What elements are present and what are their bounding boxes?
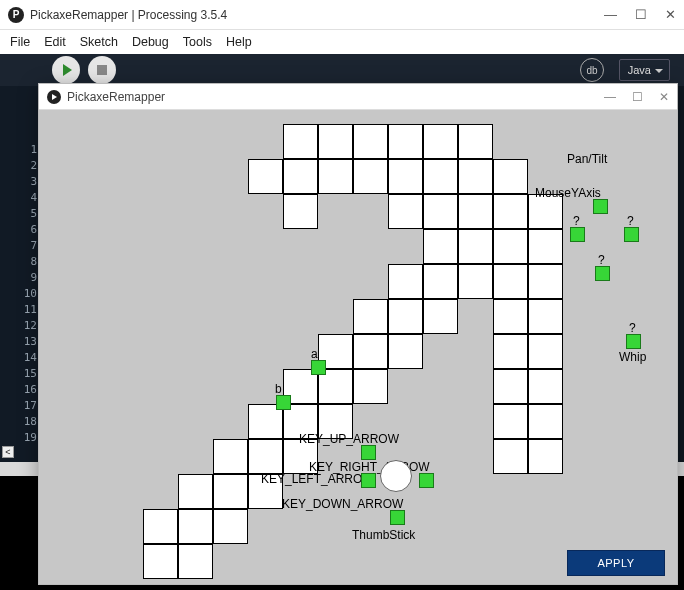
- pickaxe-cell[interactable]: [388, 124, 423, 159]
- pickaxe-cell[interactable]: [388, 264, 423, 299]
- line-number: 6: [0, 222, 43, 238]
- pickaxe-cell[interactable]: [528, 229, 563, 264]
- node-key-left[interactable]: [361, 473, 376, 488]
- pickaxe-cell[interactable]: [458, 124, 493, 159]
- pickaxe-cell[interactable]: [423, 159, 458, 194]
- label-mouse-y: MouseYAxis: [535, 186, 601, 200]
- pickaxe-cell[interactable]: [388, 334, 423, 369]
- pickaxe-cell[interactable]: [283, 159, 318, 194]
- node-q3[interactable]: [595, 266, 610, 281]
- pickaxe-cell[interactable]: [423, 124, 458, 159]
- node-key-right[interactable]: [419, 473, 434, 488]
- outer-maximize-button[interactable]: ☐: [635, 7, 647, 22]
- pickaxe-cell[interactable]: [248, 159, 283, 194]
- line-number: 11: [0, 302, 43, 318]
- label-whip-q: ?: [629, 321, 636, 335]
- stop-button[interactable]: [88, 56, 116, 84]
- pickaxe-cell[interactable]: [493, 299, 528, 334]
- menu-file[interactable]: File: [10, 35, 30, 49]
- node-key-down[interactable]: [390, 510, 405, 525]
- pickaxe-cell[interactable]: [353, 334, 388, 369]
- node-q2[interactable]: [624, 227, 639, 242]
- pickaxe-cell[interactable]: [283, 194, 318, 229]
- node-b[interactable]: [276, 395, 291, 410]
- pickaxe-cell[interactable]: [178, 544, 213, 579]
- pickaxe-cell[interactable]: [213, 474, 248, 509]
- node-a[interactable]: [311, 360, 326, 375]
- pickaxe-cell[interactable]: [143, 544, 178, 579]
- pickaxe-cell[interactable]: [353, 299, 388, 334]
- pickaxe-cell[interactable]: [458, 264, 493, 299]
- pickaxe-cell[interactable]: [493, 229, 528, 264]
- pickaxe-cell[interactable]: [493, 369, 528, 404]
- pickaxe-cell[interactable]: [528, 369, 563, 404]
- pickaxe-cell[interactable]: [423, 264, 458, 299]
- pickaxe-cell[interactable]: [213, 439, 248, 474]
- pickaxe-cell[interactable]: [493, 194, 528, 229]
- menu-debug[interactable]: Debug: [132, 35, 169, 49]
- line-number: 18: [0, 414, 43, 430]
- pickaxe-cell[interactable]: [458, 159, 493, 194]
- node-key-up[interactable]: [361, 445, 376, 460]
- pickaxe-cell[interactable]: [458, 194, 493, 229]
- menu-edit[interactable]: Edit: [44, 35, 66, 49]
- language-mode-selector[interactable]: Java: [619, 59, 670, 81]
- pickaxe-cell[interactable]: [353, 124, 388, 159]
- outer-titlebar: P PickaxeRemapper | Processing 3.5.4 — ☐…: [0, 0, 684, 30]
- outer-close-button[interactable]: ✕: [665, 7, 676, 22]
- pickaxe-cell[interactable]: [283, 124, 318, 159]
- menu-bar: File Edit Sketch Debug Tools Help: [0, 30, 684, 54]
- label-key-down: KEY_DOWN_ARROW: [282, 497, 403, 511]
- pickaxe-cell[interactable]: [493, 404, 528, 439]
- inner-minimize-button[interactable]: —: [604, 90, 616, 104]
- pickaxe-cell[interactable]: [493, 334, 528, 369]
- pickaxe-cell[interactable]: [143, 509, 178, 544]
- gutter-collapse-icon[interactable]: <: [2, 446, 14, 458]
- pickaxe-cell[interactable]: [528, 264, 563, 299]
- pickaxe-cell[interactable]: [528, 404, 563, 439]
- node-mouse-y[interactable]: [593, 199, 608, 214]
- pickaxe-cell[interactable]: [493, 264, 528, 299]
- menu-sketch[interactable]: Sketch: [80, 35, 118, 49]
- pickaxe-cell[interactable]: [213, 509, 248, 544]
- outer-minimize-button[interactable]: —: [604, 7, 617, 22]
- node-q1[interactable]: [570, 227, 585, 242]
- line-number: 5: [0, 206, 43, 222]
- pickaxe-cell[interactable]: [353, 159, 388, 194]
- label-key-up: KEY_UP_ARROW: [299, 432, 399, 446]
- pickaxe-cell[interactable]: [423, 229, 458, 264]
- outer-window-title: PickaxeRemapper | Processing 3.5.4: [30, 8, 227, 22]
- pickaxe-cell[interactable]: [353, 369, 388, 404]
- pickaxe-cell[interactable]: [493, 439, 528, 474]
- pickaxe-cell[interactable]: [388, 159, 423, 194]
- pickaxe-cell[interactable]: [423, 194, 458, 229]
- debug-toggle[interactable]: db: [580, 58, 604, 82]
- line-number: 7: [0, 238, 43, 254]
- pickaxe-cell[interactable]: [423, 299, 458, 334]
- pickaxe-cell[interactable]: [528, 439, 563, 474]
- inner-close-button[interactable]: ✕: [659, 90, 669, 104]
- run-button[interactable]: [52, 56, 80, 84]
- pickaxe-cell[interactable]: [248, 439, 283, 474]
- pickaxe-cell[interactable]: [178, 509, 213, 544]
- inner-maximize-button[interactable]: ☐: [632, 90, 643, 104]
- pickaxe-cell[interactable]: [528, 334, 563, 369]
- thumbstick-joystick[interactable]: [380, 460, 412, 492]
- pickaxe-cell[interactable]: [388, 194, 423, 229]
- pickaxe-cell[interactable]: [388, 299, 423, 334]
- label-b: b: [275, 382, 282, 396]
- pickaxe-cell[interactable]: [178, 474, 213, 509]
- pickaxe-cell[interactable]: [318, 159, 353, 194]
- pickaxe-cell[interactable]: [528, 299, 563, 334]
- label-q2: ?: [627, 214, 634, 228]
- pickaxe-cell[interactable]: [493, 159, 528, 194]
- label-q3: ?: [598, 253, 605, 267]
- inner-titlebar: PickaxeRemapper — ☐ ✕: [39, 84, 677, 110]
- node-whip[interactable]: [626, 334, 641, 349]
- apply-button[interactable]: APPLY: [567, 550, 665, 576]
- pickaxe-cell[interactable]: [458, 229, 493, 264]
- line-number: 1: [0, 142, 43, 158]
- menu-help[interactable]: Help: [226, 35, 252, 49]
- pickaxe-cell[interactable]: [318, 124, 353, 159]
- menu-tools[interactable]: Tools: [183, 35, 212, 49]
